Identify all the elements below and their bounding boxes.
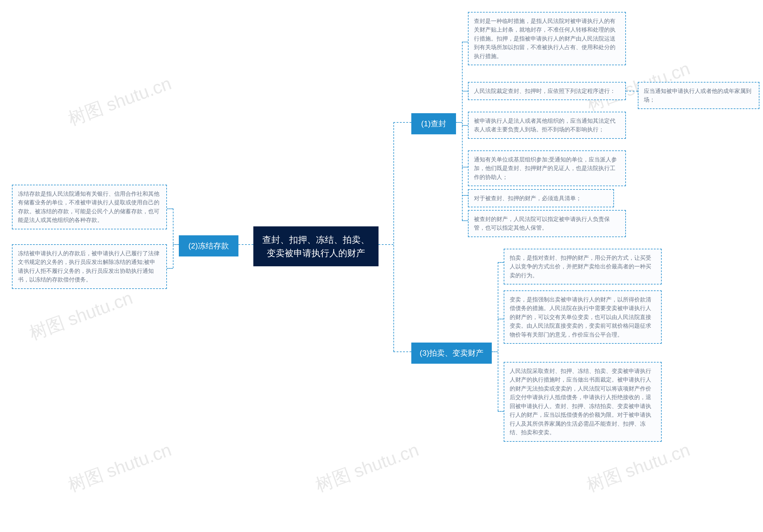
connector bbox=[462, 195, 468, 196]
branch-paimai: (3)拍卖、变卖财产 bbox=[411, 343, 492, 364]
connector bbox=[498, 411, 504, 412]
connector bbox=[462, 125, 468, 126]
connector bbox=[173, 209, 173, 268]
connector bbox=[462, 221, 468, 221]
leaf-chafeng-3: 被申请执行人是法人或者其他组织的，应当通知其法定代表人或者主要负责人到场。拒不到… bbox=[468, 112, 626, 139]
connector bbox=[393, 122, 411, 123]
connector bbox=[462, 42, 463, 221]
connector bbox=[462, 91, 468, 91]
watermark: 树图 shutu.cn bbox=[583, 438, 693, 497]
connector bbox=[498, 319, 504, 319]
branch-dongjie: (2)冻结存款 bbox=[179, 235, 239, 256]
connector bbox=[462, 42, 468, 42]
leaf-dongjie-2: 冻结被申请执行人的存款后，被申请执行人已履行了法律文书规定的义务的，执行员应发出… bbox=[12, 244, 167, 289]
connector bbox=[393, 351, 411, 352]
connector bbox=[379, 244, 393, 245]
leaf-paimai-2: 变卖，是指强制出卖被申请执行人的财产，以所得价款清偿债务的措施。人民法院在执行中… bbox=[504, 291, 662, 344]
connector bbox=[626, 91, 638, 91]
watermark: 树图 shutu.cn bbox=[65, 71, 175, 131]
leaf-chafeng-6: 被查封的财产，人民法院可以指定被申请执行人负责保管，也可以指定其他人保管。 bbox=[468, 210, 626, 237]
leaf-chafeng-5: 对于被查封、扣押的财产，必须造具清单； bbox=[468, 189, 614, 207]
leaf-chafeng-4: 通知有关单位或基层组织参加;受通知的单位，应当派人参加，他们既是查封、扣押财产的… bbox=[468, 150, 626, 186]
watermark: 树图 shutu.cn bbox=[65, 438, 175, 497]
watermark: 树图 shutu.cn bbox=[26, 286, 136, 345]
leaf-chafeng-2: 人民法院裁定查封、扣押时，应依照下列法定程序进行： bbox=[468, 82, 626, 100]
connector bbox=[462, 167, 468, 167]
connector bbox=[393, 122, 394, 351]
connector bbox=[167, 209, 173, 209]
connector bbox=[456, 122, 462, 123]
connector bbox=[498, 262, 498, 411]
leaf-chafeng-1: 查封是一种临时措施，是指人民法院对被申请执行人的有关财产贴上封条，就地封存，不准… bbox=[468, 12, 626, 65]
center-node: 查封、扣押、冻结、拍卖、变卖被申请执行人的财产 bbox=[253, 226, 379, 266]
connector bbox=[492, 351, 498, 352]
leaf-paimai-3: 人民法院采取查封、扣押、冻结、拍卖、变卖被申请执行人财产的执行措施时，应当做出书… bbox=[504, 362, 662, 442]
connector bbox=[173, 244, 179, 245]
leaf-chafeng-2-sub: 应当通知被申请执行人或者他的成年家属到场； bbox=[638, 82, 759, 109]
leaf-dongjie-1: 冻结存款是指人民法院通知有关银行、信用合作社和其他有储蓄业务的单位，不准被申请执… bbox=[12, 185, 167, 229]
leaf-paimai-1: 拍卖，是指对查封、扣押的财产，用公开的方式，让买受人以竞争的方式出价，并把财产卖… bbox=[504, 249, 662, 285]
connector bbox=[167, 268, 173, 269]
watermark: 树图 shutu.cn bbox=[312, 438, 422, 497]
connector bbox=[239, 244, 253, 245]
connector bbox=[498, 262, 504, 263]
branch-chafeng: (1)查封 bbox=[411, 113, 456, 134]
